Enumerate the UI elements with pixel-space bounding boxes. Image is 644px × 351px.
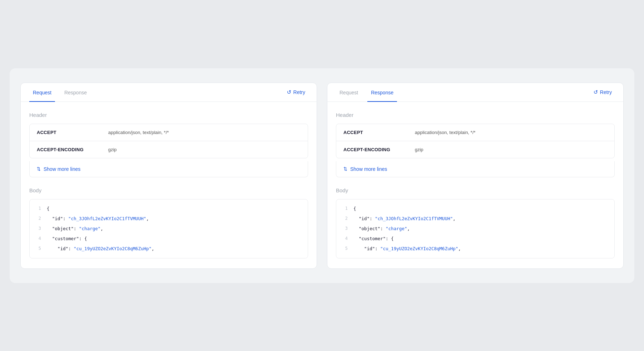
line-content: "object": "charge", (353, 225, 614, 232)
body-section: Body1{2 "id": "ch_3JOhfL2eZvKYIo2C1fTVMU… (336, 187, 615, 258)
panels-row: RequestResponse↻RetryHeaderACCEPTapplica… (20, 83, 624, 269)
panel-right: RequestResponse↻RetryHeaderACCEPTapplica… (327, 83, 624, 269)
line-number: 5 (30, 245, 47, 251)
retry-label: Retry (293, 89, 305, 95)
line-number: 4 (336, 235, 353, 241)
header-row: ACCEPTapplication/json, text/plain, */* (336, 124, 614, 141)
header-row: ACCEPT-ENCODINGgzip (336, 141, 614, 158)
header-value: gzip (415, 147, 423, 152)
line-content: "customer": { (47, 235, 308, 242)
line-content: "id": "cu_19yUZO2eZvKYIo2C8qM6ZuHp", (353, 245, 614, 252)
header-value: application/json, text/plain, */* (415, 130, 476, 135)
line-number: 3 (336, 225, 353, 231)
header-section-title: Header (336, 112, 615, 118)
code-line: 4 "customer": { (336, 234, 614, 244)
line-number: 2 (30, 215, 47, 221)
line-number: 4 (30, 235, 47, 241)
code-content: 1{2 "id": "ch_3JOhfL2eZvKYIo2C1fTVMUUH",… (336, 199, 614, 258)
line-content: { (47, 205, 308, 212)
line-number: 1 (336, 205, 353, 211)
panel-left: RequestResponse↻RetryHeaderACCEPTapplica… (20, 83, 317, 269)
tab-request[interactable]: Request (336, 83, 362, 102)
code-line: 3 "object": "charge", (336, 224, 614, 234)
retry-icon: ↻ (593, 89, 598, 95)
header-section-title: Header (29, 112, 308, 118)
panel-tabs: RequestResponse↻Retry (327, 83, 623, 102)
code-line: 3 "object": "charge", (30, 224, 308, 234)
line-content: "id": "ch_3JOhfL2eZvKYIo2C1fTVMUUH", (47, 215, 308, 222)
retry-button[interactable]: ↻Retry (590, 88, 615, 97)
code-line: 4 "customer": { (30, 234, 308, 244)
header-row: ACCEPTapplication/json, text/plain, */* (30, 124, 308, 141)
line-content: "customer": { (353, 235, 614, 242)
line-number: 3 (30, 225, 47, 231)
line-number: 5 (336, 245, 353, 251)
header-table: ACCEPTapplication/json, text/plain, */*A… (336, 124, 615, 158)
tab-response[interactable]: Response (367, 83, 397, 102)
header-table: ACCEPTapplication/json, text/plain, */*A… (29, 124, 308, 158)
show-more-label: Show more lines (350, 166, 387, 172)
body-section: Body1{2 "id": "ch_3JOhfL2eZvKYIo2C1fTVMU… (29, 187, 308, 258)
code-content: 1{2 "id": "ch_3JOhfL2eZvKYIo2C1fTVMUUH",… (30, 199, 308, 258)
show-more-label: Show more lines (44, 166, 81, 172)
retry-label: Retry (600, 89, 612, 95)
body-section-title: Body (29, 187, 308, 193)
code-line: 5 "id": "cu_19yUZO2eZvKYIo2C8qM6ZuHp", (336, 244, 614, 254)
outer-container: RequestResponse↻RetryHeaderACCEPTapplica… (10, 68, 634, 283)
line-content: { (353, 205, 614, 212)
expand-icon: ⇅ (37, 166, 41, 172)
panel-body: HeaderACCEPTapplication/json, text/plain… (327, 102, 623, 268)
tab-response[interactable]: Response (61, 83, 90, 102)
retry-button[interactable]: ↻Retry (284, 88, 308, 97)
header-value: gzip (108, 147, 117, 152)
line-content: "id": "ch_3JOhfL2eZvKYIo2C1fTVMUUH", (353, 215, 614, 222)
header-value: application/json, text/plain, */* (108, 130, 169, 135)
panel-tabs: RequestResponse↻Retry (21, 83, 317, 102)
code-block: 1{2 "id": "ch_3JOhfL2eZvKYIo2C1fTVMUUH",… (29, 199, 308, 258)
line-number: 2 (336, 215, 353, 221)
code-line: 2 "id": "ch_3JOhfL2eZvKYIo2C1fTVMUUH", (30, 214, 308, 224)
panel-body: HeaderACCEPTapplication/json, text/plain… (21, 102, 317, 268)
header-key: ACCEPT-ENCODING (343, 147, 415, 152)
code-line: 1{ (30, 204, 308, 214)
line-content: "object": "charge", (47, 225, 308, 232)
code-block: 1{2 "id": "ch_3JOhfL2eZvKYIo2C1fTVMUUH",… (336, 199, 615, 258)
show-more-lines-button[interactable]: ⇅Show more lines (29, 161, 308, 177)
code-line: 5 "id": "cu_19yUZO2eZvKYIo2C8qM6ZuHp", (30, 244, 308, 254)
line-number: 1 (30, 205, 47, 211)
expand-icon: ⇅ (343, 166, 347, 172)
line-content: "id": "cu_19yUZO2eZvKYIo2C8qM6ZuHp", (47, 245, 308, 252)
code-line: 1{ (336, 204, 614, 214)
header-key: ACCEPT-ENCODING (37, 147, 108, 152)
body-section-title: Body (336, 187, 615, 193)
header-key: ACCEPT (37, 130, 108, 135)
tab-request[interactable]: Request (29, 83, 55, 102)
code-line: 2 "id": "ch_3JOhfL2eZvKYIo2C1fTVMUUH", (336, 214, 614, 224)
retry-icon: ↻ (287, 89, 291, 95)
header-key: ACCEPT (343, 130, 415, 135)
header-row: ACCEPT-ENCODINGgzip (30, 141, 308, 158)
show-more-lines-button[interactable]: ⇅Show more lines (336, 161, 615, 177)
